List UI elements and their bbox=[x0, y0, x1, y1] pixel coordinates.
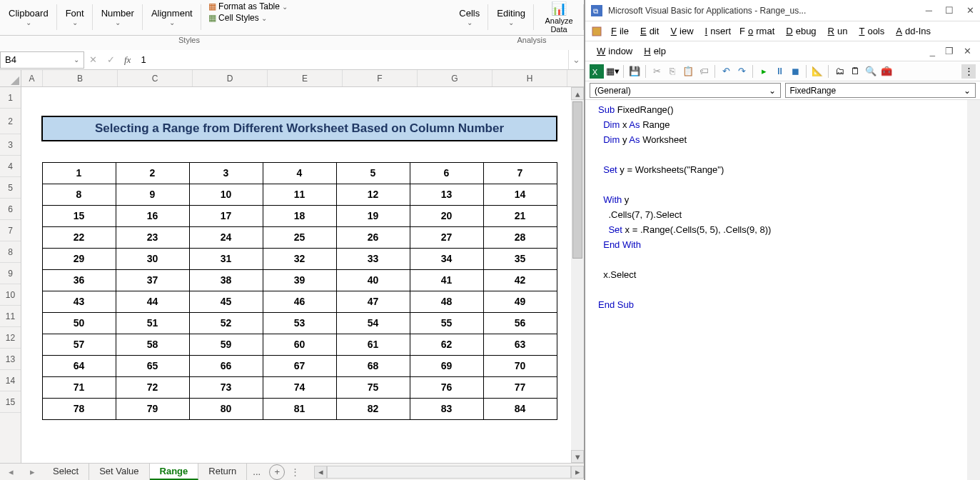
cell[interactable]: 2 bbox=[116, 162, 189, 184]
cell[interactable]: 14 bbox=[483, 184, 557, 205]
row-header-6[interactable]: 6 bbox=[0, 199, 21, 220]
mdi-minimize-icon[interactable]: _ bbox=[927, 44, 938, 58]
minimize-icon[interactable]: ─ bbox=[926, 5, 932, 16]
ribbon-group-alignment[interactable]: Alignment⌄ bbox=[143, 0, 201, 34]
tabs-more[interactable]: ... bbox=[247, 464, 266, 479]
cell[interactable]: 52 bbox=[189, 312, 263, 334]
col-header-F[interactable]: F bbox=[343, 70, 418, 86]
menu-insert[interactable]: Insert bbox=[699, 24, 734, 38]
maximize-icon[interactable]: ☐ bbox=[945, 5, 954, 16]
menu-view[interactable]: View bbox=[665, 24, 696, 38]
row-header-13[interactable]: 13 bbox=[0, 349, 21, 370]
new-sheet-button[interactable]: + bbox=[269, 464, 285, 480]
close-icon[interactable]: ✕ bbox=[966, 5, 974, 16]
cell[interactable]: 63 bbox=[483, 334, 557, 355]
cell[interactable]: 73 bbox=[189, 376, 263, 398]
scroll-thumb[interactable] bbox=[572, 101, 582, 259]
menu-format[interactable]: Format bbox=[737, 24, 777, 38]
ribbon-group-clipboard[interactable]: Clipboard⌄ bbox=[0, 0, 57, 34]
cell[interactable]: 18 bbox=[263, 205, 336, 226]
cell[interactable]: 29 bbox=[42, 248, 116, 269]
cell[interactable]: 26 bbox=[336, 226, 410, 248]
menu-window[interactable]: Window bbox=[591, 44, 635, 58]
col-header-B[interactable]: B bbox=[43, 70, 118, 86]
cell[interactable]: 3 bbox=[189, 162, 263, 184]
col-header-D[interactable]: D bbox=[193, 70, 268, 86]
cell[interactable]: 20 bbox=[410, 205, 483, 226]
sheet-tab-range[interactable]: Range bbox=[150, 464, 199, 480]
undo-icon[interactable]: ↶ bbox=[719, 64, 733, 79]
cell[interactable]: 56 bbox=[483, 312, 557, 334]
cell[interactable]: 16 bbox=[116, 205, 189, 226]
cell[interactable]: 67 bbox=[263, 355, 336, 376]
tab-options-icon[interactable]: ⋮ bbox=[291, 466, 300, 477]
row-header-11[interactable]: 11 bbox=[0, 306, 21, 327]
cell[interactable]: 76 bbox=[410, 376, 483, 398]
cell[interactable]: 17 bbox=[189, 205, 263, 226]
row-header-2[interactable]: 2 bbox=[0, 109, 21, 134]
cell[interactable]: 28 bbox=[483, 226, 557, 248]
insert-module-icon[interactable]: ▦▾ bbox=[605, 64, 620, 79]
properties-icon[interactable]: 🗒 bbox=[848, 64, 862, 79]
cell[interactable]: 13 bbox=[410, 184, 483, 205]
row-header-12[interactable]: 12 bbox=[0, 327, 21, 349]
col-header-E[interactable]: E bbox=[268, 70, 343, 86]
cell[interactable]: 81 bbox=[263, 398, 336, 419]
ribbon-group-editing[interactable]: Editing⌄ bbox=[488, 0, 534, 34]
cell[interactable]: 5 bbox=[336, 162, 410, 184]
cell[interactable]: 72 bbox=[116, 376, 189, 398]
cell[interactable]: 38 bbox=[189, 269, 263, 291]
cell[interactable]: 75 bbox=[336, 376, 410, 398]
cell[interactable]: 31 bbox=[189, 248, 263, 269]
mdi-close-icon[interactable]: ✕ bbox=[961, 44, 974, 58]
menu-file[interactable]: File bbox=[605, 24, 632, 38]
cell[interactable]: 24 bbox=[189, 226, 263, 248]
cell[interactable]: 50 bbox=[42, 312, 116, 334]
mdi-restore-icon[interactable]: ❐ bbox=[942, 44, 956, 58]
cut-icon[interactable]: ✂ bbox=[650, 64, 664, 79]
save-icon[interactable]: 💾 bbox=[627, 64, 642, 79]
cell[interactable]: 7 bbox=[483, 162, 557, 184]
cell[interactable]: 68 bbox=[336, 355, 410, 376]
cell[interactable]: 59 bbox=[189, 334, 263, 355]
ribbon-group-number[interactable]: Number⌄ bbox=[93, 0, 143, 34]
procedure-dropdown[interactable]: FixedRange⌄ bbox=[785, 83, 976, 98]
project-explorer-icon[interactable]: 🗂 bbox=[832, 64, 847, 79]
ribbon-group-font[interactable]: Font⌄ bbox=[57, 0, 93, 34]
menu-tools[interactable]: Tools bbox=[853, 24, 887, 38]
spreadsheet-grid[interactable]: 123456789101112131415 ABCDEFGH Selecting… bbox=[0, 70, 584, 463]
cell[interactable]: 84 bbox=[483, 398, 557, 419]
cell[interactable]: 71 bbox=[42, 376, 116, 398]
cell[interactable]: 44 bbox=[116, 291, 189, 312]
col-header-H[interactable]: H bbox=[492, 70, 567, 86]
name-box[interactable]: B4⌄ bbox=[0, 51, 84, 69]
cell[interactable]: 19 bbox=[336, 205, 410, 226]
cell[interactable]: 23 bbox=[116, 226, 189, 248]
cell[interactable]: 55 bbox=[410, 312, 483, 334]
cell[interactable]: 83 bbox=[410, 398, 483, 419]
tab-nav[interactable]: ◂▸ bbox=[0, 466, 43, 477]
vba-titlebar[interactable]: ⧉ Microsoft Visual Basic for Application… bbox=[585, 0, 980, 21]
break-icon[interactable]: ⏸ bbox=[772, 64, 787, 79]
cell[interactable]: 57 bbox=[42, 334, 116, 355]
menu-debug[interactable]: Debug bbox=[780, 24, 819, 38]
redo-icon[interactable]: ↷ bbox=[734, 64, 749, 79]
cell[interactable]: 34 bbox=[410, 248, 483, 269]
row-header-10[interactable]: 10 bbox=[0, 284, 21, 306]
cell[interactable]: 79 bbox=[116, 398, 189, 419]
scroll-right-icon[interactable]: ▸ bbox=[571, 466, 584, 479]
scroll-left-icon[interactable]: ◂ bbox=[314, 466, 327, 479]
cell[interactable]: 30 bbox=[116, 248, 189, 269]
toolbar-options-icon[interactable]: ⋮ bbox=[961, 64, 976, 79]
cell[interactable]: 80 bbox=[189, 398, 263, 419]
cell[interactable]: 32 bbox=[263, 248, 336, 269]
cell[interactable]: 69 bbox=[410, 355, 483, 376]
object-browser-icon[interactable]: 🔍 bbox=[864, 64, 878, 79]
cell[interactable]: 10 bbox=[189, 184, 263, 205]
analyze-data-button[interactable]: 📊Analyze Data bbox=[534, 0, 584, 34]
row-header-7[interactable]: 7 bbox=[0, 220, 21, 241]
paste-icon[interactable]: 📋 bbox=[681, 64, 695, 79]
cell[interactable]: 42 bbox=[483, 269, 557, 291]
ribbon-group-cells[interactable]: Cells⌄ bbox=[450, 0, 488, 34]
cell[interactable]: 66 bbox=[189, 355, 263, 376]
